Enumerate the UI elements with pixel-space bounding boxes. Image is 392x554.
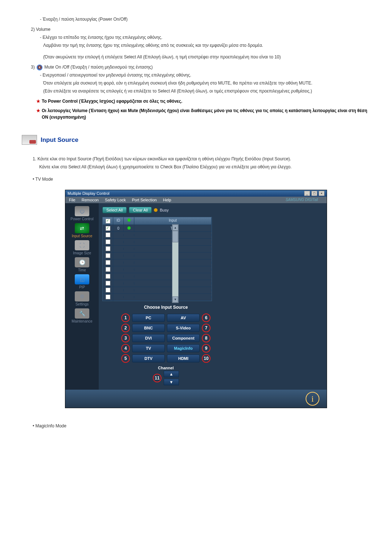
input-source-icon: ⇄ [75,223,89,233]
item3-dash1: - Ενεργοποιεί / απενεργοποιεί τον μηδενι… [40,72,370,78]
callout-2: 2 [121,324,130,332]
source-hdmi-button[interactable]: HDMI [167,354,200,362]
mute-icon: 🔇 [37,65,42,70]
power-icon: ⏻ [75,206,89,216]
table-row[interactable] [103,294,212,301]
scroll-down-icon[interactable]: ▼ [172,296,178,303]
item3-line2: Όταν επιλέγετε μία συσκευή τη φορά, εάν … [43,80,370,86]
item2-line3: (Όταν ακυρώνετε την επιλογή ή επιλέγετε … [43,54,370,60]
row-checkbox[interactable] [106,260,110,265]
table-row[interactable] [103,253,212,259]
menu-port-selection[interactable]: Port Selection [132,198,156,202]
row-checkbox[interactable] [106,239,110,244]
row-checkbox[interactable] [106,233,110,237]
table-row[interactable] [103,280,212,287]
table-scrollbar[interactable]: ▲ ▼ [172,224,179,303]
main-panel: Select All Clear All Busy ID Input 0 TV [99,203,327,390]
table-row[interactable] [103,246,212,253]
star-icon: ★ [36,98,40,104]
menu-safety-lock[interactable]: Safety Lock [105,198,126,202]
callout-9: 9 [202,344,211,353]
menu-file[interactable]: File [69,198,75,202]
minimize-icon[interactable]: _ [304,191,310,196]
header-input: Input [134,217,212,225]
table-row[interactable] [103,273,212,280]
sidebar-item-maintenance[interactable]: 🔧 Maintenance [65,308,99,323]
row-checkbox[interactable] [106,281,110,286]
sidebar-item-power-control[interactable]: ⏻ Power Control [65,206,99,221]
source-dvi-button[interactable]: DVI [132,334,165,342]
table-row[interactable]: 0 TV [103,225,212,232]
table-row[interactable] [103,287,212,294]
checkbox-icon[interactable] [106,219,110,223]
item3-line3: (Εάν επιλέξετε να αναιρέσετε τις επιλογέ… [43,88,370,94]
table-header: ID Input [103,217,212,225]
source-tv-button[interactable]: TV [132,344,165,352]
section-icon [22,135,37,145]
sidebar-label: Power Control [65,217,99,221]
maintenance-icon: 🔧 [75,308,89,319]
maximize-icon[interactable]: □ [311,191,317,196]
channel-label: Channel [113,366,219,370]
item3-text: Mute On /Off (Έναρξη / παύση μηδενισμού … [44,65,152,70]
header-check[interactable] [103,217,113,225]
source-dtv-button[interactable]: DTV [132,354,165,362]
item2-dash1: - Ελέγχει το επίπεδο της έντασης ήχου τη… [40,34,370,41]
sidebar-label: Time [65,268,99,272]
close-icon[interactable]: × [319,191,324,196]
sidebar-item-time[interactable]: 🕒 Time [65,257,99,272]
channel-up-button[interactable]: ▲ [164,371,179,377]
star2-text: Οι λειτουργίες Volume (Ένταση ήχου) και … [42,107,370,120]
sidebar-label: Image Size [65,251,99,255]
row-checkbox[interactable] [106,295,110,299]
row-checkbox[interactable] [106,246,110,251]
scroll-up-icon[interactable]: ▲ [172,225,178,231]
sidebar: ⏻ Power Control ⇄ Input Source ⛶ Image S… [65,203,99,390]
callout-11: 11 [153,374,162,382]
row-checkbox[interactable] [106,226,110,231]
select-all-button[interactable]: Select All [102,207,127,213]
sidebar-label: Settings [65,302,99,306]
table-row[interactable] [103,259,212,266]
sidebar-item-input-source[interactable]: ⇄ Input Source [65,223,99,238]
menu-remocon[interactable]: Remocon [82,198,99,202]
section-title: Input Source [22,135,370,145]
table-row[interactable] [103,239,212,246]
table-row[interactable] [103,266,212,273]
sidebar-item-pip[interactable]: ◱ PIP [65,274,99,289]
source-magicinfo-button[interactable]: MagicInfo [167,344,200,352]
bullet-magicinfo-mode: MagicInfo Mode [33,423,370,429]
row-checkbox[interactable] [106,267,110,272]
callout-1: 1 [121,313,130,322]
scroll-thumb[interactable] [172,231,178,242]
source-bnc-button[interactable]: BNC [132,324,165,332]
item2-line2: Λαμβάνει την τιμή της έντασης ήχου της ε… [43,42,370,49]
image-size-icon: ⛶ [75,240,89,250]
brand-logo: SAMSUNG DIGITall [286,198,318,202]
info-icon[interactable]: i [306,392,319,406]
menu-help[interactable]: Help [163,198,171,202]
app-screenshot: Multiple Display Control _ □ × File Remo… [65,190,327,408]
row-checkbox[interactable] [106,288,110,292]
section-title-text: Input Source [41,136,78,144]
source-av-button[interactable]: AV [167,314,200,322]
sidebar-label: Maintenance [65,319,99,323]
source-component-button[interactable]: Component [167,334,200,342]
row-checkbox[interactable] [106,274,110,279]
star-icon: ★ [36,107,40,120]
callout-5: 5 [121,354,130,363]
clear-all-button[interactable]: Clear All [129,207,152,213]
busy-label: Busy [160,208,168,212]
callout-4: 4 [121,344,130,353]
table-row[interactable] [103,232,212,239]
row-checkbox[interactable] [106,253,110,258]
numlist-1: 1. Κάντε κλικ στο Input Source (Πηγή Εισ… [33,156,370,162]
sidebar-item-settings[interactable]: ⚙ Settings [65,291,99,306]
source-svideo-button[interactable]: S-Video [167,324,200,332]
sidebar-item-image-size[interactable]: ⛶ Image Size [65,240,99,255]
bullet-tv-mode: TV Mode [33,176,370,182]
channel-down-button[interactable]: ▼ [164,379,179,385]
source-pc-button[interactable]: PC [132,314,165,322]
busy-indicator-icon [154,208,158,212]
window-title: Multiple Display Control [68,191,110,196]
